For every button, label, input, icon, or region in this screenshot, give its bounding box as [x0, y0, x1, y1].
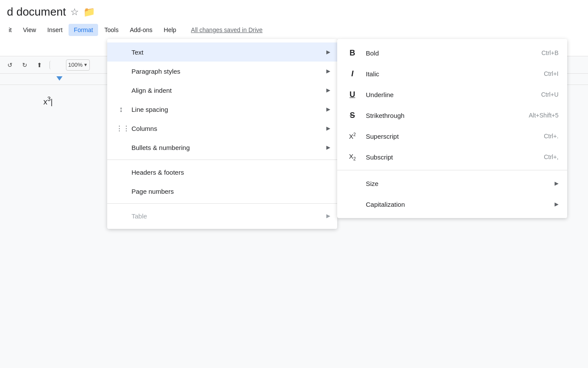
capitalization-arrow-icon: ▶: [555, 201, 558, 207]
linespacing-arrow-icon: ▶: [326, 106, 330, 112]
subscript-label: Subscript: [366, 153, 393, 161]
size-label: Size: [366, 180, 378, 187]
zoom-arrow: ▼: [83, 62, 88, 67]
bullets-arrow-icon: ▶: [326, 144, 330, 150]
format-menu-columns[interactable]: ⋮⋮ Columns ▶: [107, 119, 337, 138]
star-icon[interactable]: ☆: [70, 7, 79, 18]
align-arrow-icon: ▶: [326, 87, 330, 93]
columns-arrow-icon: ▶: [326, 125, 330, 131]
strikethrough-icon: S: [346, 111, 359, 120]
italic-label: Italic: [366, 70, 379, 78]
paragraph-arrow-icon: ▶: [326, 68, 330, 74]
base-char: x: [43, 98, 47, 106]
format-menu-bullets[interactable]: Bullets & numbering ▶: [107, 138, 337, 157]
superscript-label: Superscript: [366, 133, 399, 140]
format-menu-linespacing[interactable]: ↕ Line spacing ▶: [107, 100, 337, 119]
bold-icon: B: [346, 49, 359, 58]
text-submenu-underline[interactable]: U Underline Ctrl+U: [337, 84, 567, 105]
submenu-divider: [337, 170, 567, 170]
italic-shortcut: Ctrl+I: [544, 70, 558, 77]
strikethrough-shortcut: Alt+Shift+5: [529, 112, 559, 119]
underline-icon: U: [346, 90, 359, 99]
superscript-icon: X2: [346, 132, 359, 140]
underline-shortcut: Ctrl+U: [541, 91, 558, 98]
text-submenu-capitalization[interactable]: Capitalization ▶: [337, 194, 567, 215]
format-menu-pagenumbers[interactable]: Page numbers: [107, 182, 337, 201]
headers-menu-label: Headers & footers: [131, 169, 184, 176]
superscript-shortcut: Ctrl+.: [544, 133, 558, 140]
text-submenu-size[interactable]: Size ▶: [337, 173, 567, 194]
text-submenu-italic[interactable]: I Italic Ctrl+I: [337, 63, 567, 84]
format-menu-text[interactable]: Text ▶: [107, 42, 337, 62]
bullets-menu-label: Bullets & numbering: [131, 144, 190, 151]
subscript-shortcut: Ctrl+,: [544, 153, 558, 160]
linespacing-menu-label: Line spacing: [131, 106, 168, 113]
text-submenu-superscript[interactable]: X2 Superscript Ctrl+.: [337, 126, 567, 147]
text-submenu-strikethrough[interactable]: S Strikethrough Alt+Shift+5: [337, 105, 567, 126]
bold-shortcut: Ctrl+B: [542, 49, 558, 56]
text-menu-label: Text: [131, 49, 144, 56]
document-title: d document: [7, 5, 66, 19]
pagenumbers-menu-label: Page numbers: [131, 188, 174, 195]
table-arrow-icon: ▶: [326, 213, 330, 219]
columns-menu-label: Columns: [131, 125, 157, 132]
menu-item-it[interactable]: it: [3, 24, 17, 36]
table-menu-label: Table: [131, 212, 147, 220]
format-menu: Text ▶ Paragraph styles ▶ Align & indent…: [107, 39, 337, 229]
menu-divider-1: [107, 160, 337, 160]
subscript-icon: X2: [346, 153, 359, 161]
format-menu-paragraph[interactable]: Paragraph styles ▶: [107, 62, 337, 81]
text-submenu-subscript[interactable]: X2 Subscript Ctrl+,: [337, 147, 567, 167]
menu-divider-2: [107, 203, 337, 204]
folder-icon[interactable]: 📁: [83, 7, 95, 18]
text-submenu-bold[interactable]: B Bold Ctrl+B: [337, 42, 567, 63]
paragraph-menu-label: Paragraph styles: [131, 68, 181, 75]
toolbar-redo[interactable]: ↻: [18, 59, 31, 72]
toolbar-paint[interactable]: ⬆: [33, 59, 46, 72]
text-submenu: B Bold Ctrl+B I Italic Ctrl+I U Underlin…: [337, 39, 567, 218]
columns-icon: ⋮⋮: [116, 124, 126, 133]
toolbar-undo[interactable]: ↺: [3, 59, 16, 72]
zoom-control[interactable]: 100% ▼: [66, 59, 90, 71]
menu-bar: it View Insert Format Tools Add-ons Help…: [0, 20, 588, 39]
menu-item-tools[interactable]: Tools: [99, 24, 124, 36]
text-arrow-icon: ▶: [326, 49, 330, 55]
italic-icon: I: [346, 69, 359, 78]
strikethrough-label: Strikethrough: [366, 112, 404, 119]
linespacing-icon: ↕: [116, 105, 126, 114]
menu-item-format[interactable]: Format: [69, 24, 98, 36]
saved-status: All changes saved in Drive: [191, 26, 263, 33]
format-menu-align[interactable]: Align & indent ▶: [107, 81, 337, 100]
cursor-bar: |: [51, 98, 53, 106]
underline-label: Underline: [366, 91, 394, 98]
format-menu-headers[interactable]: Headers & footers: [107, 163, 337, 182]
format-menu-table[interactable]: Table ▶: [107, 206, 337, 225]
superscript-indicator: x3|: [43, 95, 53, 107]
zoom-value: 100%: [68, 62, 82, 68]
menu-item-view[interactable]: View: [18, 24, 41, 36]
title-row: d document ☆ 📁: [0, 0, 588, 20]
menu-item-insert[interactable]: Insert: [42, 24, 68, 36]
superscript-char: 3: [47, 95, 51, 102]
menu-item-addons[interactable]: Add-ons: [125, 24, 158, 36]
size-arrow-icon: ▶: [555, 180, 558, 186]
bold-label: Bold: [366, 49, 379, 57]
align-menu-label: Align & indent: [131, 87, 172, 94]
capitalization-label: Capitalization: [366, 201, 405, 208]
toolbar-divider1: [49, 61, 62, 69]
menu-item-help[interactable]: Help: [158, 24, 181, 36]
